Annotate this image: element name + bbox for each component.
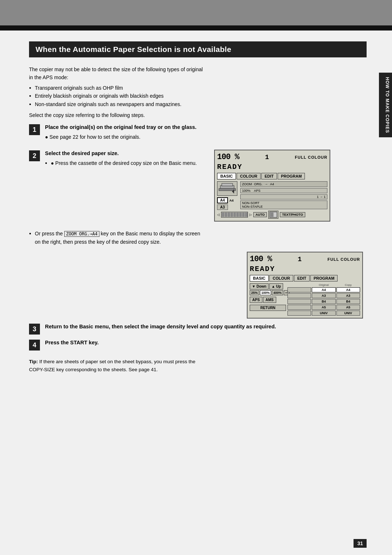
lcd2-tab-edit[interactable]: EDIT bbox=[294, 275, 310, 281]
intro-text: The copier may not be able to detect the… bbox=[29, 65, 207, 82]
lcd2-a5-copy[interactable]: A5 bbox=[336, 305, 360, 310]
step-4-row: 4 Press the START key. bbox=[29, 339, 367, 351]
lcd1-tab-program[interactable]: PROGRAM bbox=[278, 173, 305, 179]
lcd2-ams-btn[interactable]: AMS bbox=[263, 297, 276, 303]
header-bar bbox=[0, 25, 392, 31]
tip-section: Tip: If there are sheets of paper set on… bbox=[29, 358, 207, 373]
lcd1-percent: 100 % bbox=[217, 153, 239, 162]
lcd2-main-area: ▼ Down ▲ Up 25% 100% 400% ↵ APS bbox=[250, 283, 360, 316]
section-title: When the Automatic Paper Selection is no… bbox=[29, 41, 367, 57]
page-wrapper: HOW TO MAKE COPIES When the Automatic Pa… bbox=[0, 0, 392, 555]
lcd2-a3-orig[interactable]: A3 bbox=[312, 293, 335, 298]
lcd1-image-icon bbox=[268, 211, 278, 219]
lcd2-100pct[interactable]: 100% bbox=[260, 290, 271, 295]
lcd2-25pct[interactable]: 25% bbox=[250, 290, 259, 295]
lcd1-seg-2 bbox=[225, 212, 227, 217]
lcd1-a3[interactable]: A3 bbox=[217, 204, 228, 210]
lcd2-a3-copy[interactable]: A3 bbox=[336, 293, 360, 298]
lcd1-left-panel: A4 A4 A3 bbox=[217, 181, 239, 210]
step-2-content: Select the desired paper size. ● Press t… bbox=[45, 150, 207, 168]
tip-text: If there are sheets of paper set on the … bbox=[29, 359, 195, 372]
lcd2-spacer-a5 bbox=[287, 305, 311, 310]
lcd1-a4-selected[interactable]: A4 bbox=[217, 197, 228, 203]
lcd1-aps-label: APS bbox=[254, 189, 261, 193]
select-text: Select the copy size referring to the fo… bbox=[29, 111, 207, 119]
lcd2-tab-program[interactable]: PROGRAM bbox=[310, 275, 338, 281]
svg-rect-6 bbox=[274, 212, 277, 217]
lcd2-original-header: Original bbox=[312, 283, 335, 287]
lcd1-zoom-aps-row: 100% APS bbox=[240, 188, 327, 193]
lcd2-copy-count: 1 bbox=[298, 256, 302, 263]
lcd1-textphoto[interactable]: TEXT/PHOTO bbox=[280, 212, 305, 217]
main-content: When the Automatic Paper Selection is no… bbox=[0, 31, 392, 388]
step-2-bullets: ● Press the cassette of the desired copy… bbox=[45, 159, 207, 167]
lcd2-copy-header: Copy bbox=[336, 283, 360, 287]
lcd2-size-headers: Original Copy bbox=[287, 283, 360, 287]
lcd2-spacer-a4 bbox=[287, 287, 311, 292]
lcd2-univ-copy[interactable]: UNIV bbox=[336, 311, 360, 316]
lcd1-seg-9 bbox=[245, 212, 248, 217]
lcd1-seg-1 bbox=[222, 212, 224, 217]
lcd2-a5-orig[interactable]: A5 bbox=[312, 305, 335, 310]
bullet-item-3: Non-standard size originals such as news… bbox=[29, 100, 207, 108]
lcd1-a4-right: A4 bbox=[229, 197, 234, 203]
lcd1-auto-btn[interactable]: AUTO bbox=[253, 212, 267, 217]
zoom-key: ZOOM ORG.→A4 bbox=[64, 231, 99, 237]
lcd1-seg-4 bbox=[230, 212, 233, 217]
lcd2-screen: 100 % 1 FULL COLOUR READY BASIC COLOUR E… bbox=[247, 252, 363, 319]
lcd2-ready: READY bbox=[250, 265, 360, 273]
lcd1-tab-edit[interactable]: EDIT bbox=[261, 173, 277, 179]
lcd2-400pct[interactable]: 400% bbox=[272, 290, 283, 295]
lcd1-seg-5 bbox=[233, 212, 236, 217]
lcd2-tab-colour[interactable]: COLOUR bbox=[269, 275, 293, 281]
lcd2-a4-orig[interactable]: A4 bbox=[312, 287, 335, 292]
lcd2-full-colour: FULL COLOUR bbox=[327, 257, 360, 262]
lcd2-down-btn[interactable]: ▼ Down bbox=[250, 283, 269, 289]
step-3-title: Return to the Basic menu, then select th… bbox=[45, 323, 367, 331]
lcd1-zoom-row: ZOOM ORG. → A4 bbox=[240, 181, 327, 187]
step-2-body: ● Press the cassette of the desired copy… bbox=[45, 159, 207, 167]
lcd2-sizes-univ: UNIV UNIV bbox=[287, 311, 360, 316]
lcd2-sizes-a3: A3 A3 bbox=[287, 293, 360, 298]
bullet-list: Transparent originals such as OHP film E… bbox=[29, 84, 207, 108]
lcd1-seg-6 bbox=[236, 212, 239, 217]
lcd2-tab-basic[interactable]: BASIC bbox=[250, 275, 269, 281]
lcd2-down-up-row: ▼ Down ▲ Up bbox=[250, 283, 286, 289]
lcd2-return-btn[interactable]: RETURN bbox=[250, 305, 286, 311]
lcd1-copy-count: 1 bbox=[265, 154, 269, 161]
lcd1-ready: READY bbox=[217, 163, 327, 171]
lcd1-container: 100 % 1 FULL COLOUR READY BASIC COLOUR E… bbox=[214, 150, 334, 225]
lcd2-aps-ams-row: APS AMS bbox=[250, 297, 286, 303]
lcd1-zoom-label: ZOOM bbox=[242, 182, 252, 186]
lcd1-bottom-row: ◁ ▷ AUTO bbox=[217, 211, 327, 219]
lcd1-sort-row: NON-SORT NON-STAPLE bbox=[240, 200, 327, 209]
lcd2-spacer-univ bbox=[287, 311, 311, 316]
lcd1-top-bar: 100 % 1 FULL COLOUR bbox=[217, 153, 327, 162]
svg-rect-5 bbox=[270, 212, 273, 217]
lcd2-aps-btn[interactable]: APS bbox=[250, 297, 262, 303]
step-2-note: Or press the ZOOM ORG.→A4 key on the Bas… bbox=[29, 230, 207, 246]
lcd2-tabs: BASIC COLOUR EDIT PROGRAM bbox=[250, 275, 360, 281]
svg-rect-2 bbox=[222, 183, 233, 186]
lcd2-spacer-b4 bbox=[287, 299, 311, 304]
lcd1-seg-3 bbox=[228, 212, 230, 217]
lcd2-a4-copy[interactable]: A4 bbox=[336, 287, 360, 292]
step-3-number: 3 bbox=[29, 324, 40, 335]
lcd1-tab-basic[interactable]: BASIC bbox=[217, 173, 236, 179]
lcd2-orig-label bbox=[287, 283, 311, 287]
step-1-row: 1 Place the original(s) on the original … bbox=[29, 123, 367, 141]
lcd2-b4-copy[interactable]: B4 bbox=[336, 299, 360, 304]
lcd1-screen: 100 % 1 FULL COLOUR READY BASIC COLOUR E… bbox=[214, 150, 330, 222]
lcd2-univ-orig[interactable]: UNIV bbox=[312, 311, 335, 316]
lcd1-non-sort: NON-SORT bbox=[242, 201, 326, 205]
lcd2-right: Original Copy A4 A4 A3 bbox=[287, 283, 360, 316]
lcd2-up-btn[interactable]: ▲ Up bbox=[269, 283, 283, 289]
lcd2-b4-orig[interactable]: B4 bbox=[312, 299, 335, 304]
step-4-content: Press the START key. bbox=[45, 339, 367, 348]
step-2-note-text: Or press the ZOOM ORG.→A4 key on the Bas… bbox=[29, 230, 207, 246]
lcd1-seg-7 bbox=[239, 212, 242, 217]
lcd1-tab-colour[interactable]: COLOUR bbox=[237, 173, 261, 179]
lcd1-tabs: BASIC COLOUR EDIT PROGRAM bbox=[217, 173, 327, 179]
lcd1-org-arrow: ORG. bbox=[254, 182, 262, 186]
step-3-row: 3 Return to the Basic menu, then select … bbox=[29, 323, 367, 335]
